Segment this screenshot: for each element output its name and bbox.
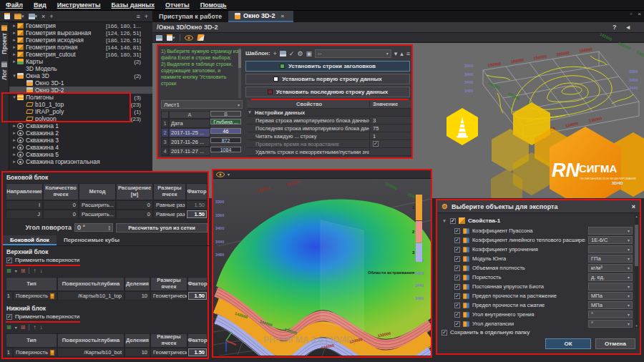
unit-select[interactable]: д. ед.▾: [588, 273, 633, 281]
tree-item[interactable]: polygon (23): [9, 115, 152, 122]
row-number[interactable]: 2: [161, 128, 169, 137]
sheet-row[interactable]: 1 Дата Глубина ...: [161, 119, 243, 128]
property-value[interactable]: 3: [373, 117, 376, 124]
apply-template-icon[interactable]: ✓: [289, 50, 295, 57]
factor-cell-selected[interactable]: 1.50: [187, 291, 208, 300]
export-item-row[interactable]: Модуль Юнга ГПа▾: [441, 254, 633, 263]
property-row[interactable]: Удалять строки с некорректными/пустыми з…: [247, 148, 411, 156]
tree-item[interactable]: b10_1_top (23): [9, 101, 152, 108]
export-item-row[interactable]: Угол дилатансии °▾: [441, 319, 633, 328]
expander-icon[interactable]: ▸: [11, 52, 17, 57]
panel-tab[interactable]: Переносимые кубы: [57, 235, 127, 245]
export-item-row[interactable]: Предел прочности на растяжение МПа▾: [441, 291, 633, 300]
cell[interactable]: 46: [210, 128, 241, 134]
property-row[interactable]: Проверять время на возрастание: [247, 140, 411, 148]
direction-cell[interactable]: J: [6, 210, 43, 219]
menu-item[interactable]: Отчеты: [165, 1, 190, 9]
add-row-icon[interactable]: ⊞: [6, 324, 11, 331]
close-dialog-icon[interactable]: ×: [632, 203, 635, 210]
save-button[interactable]: ▾: [29, 14, 38, 19]
expander-icon[interactable]: ▸: [11, 130, 17, 136]
close-item-icon[interactable]: ×: [42, 13, 45, 20]
visibility-eye-icon[interactable]: [185, 35, 193, 41]
save-template-icon[interactable]: [280, 51, 286, 57]
unit-select[interactable]: МПа▾: [588, 301, 633, 309]
size-cell[interactable]: Геометрическая п...: [150, 348, 187, 357]
property-checkbox[interactable]: [373, 141, 379, 147]
set-first-data-row-button[interactable]: Установить первую строку данных: [245, 74, 410, 84]
row-number[interactable]: 3: [161, 137, 169, 147]
tree-item[interactable]: ▾ Полигоны (3): [9, 94, 152, 101]
add-icon[interactable]: +: [145, 13, 148, 20]
angle-input[interactable]: 0 °▴▾: [74, 223, 113, 232]
help-icon[interactable]: ?: [613, 24, 617, 31]
menu-item[interactable]: Инструменты: [57, 1, 101, 9]
type-cell[interactable]: Поверхность: [13, 348, 57, 357]
cell[interactable]: 2017-11-25 ...: [169, 128, 210, 137]
tab-window-3d-2[interactable]: Окно 3D-2 ×: [228, 11, 293, 22]
template-settings-icon[interactable]: ⚙: [297, 50, 303, 57]
dialog-title-bar[interactable]: ⚙ Выберите объекты для экспорта ×: [437, 200, 640, 213]
tree-item[interactable]: IRAP_poly (1): [9, 108, 152, 115]
cell-count[interactable]: 0: [43, 210, 79, 219]
checkbox-checked-icon[interactable]: [454, 284, 460, 290]
expander-icon[interactable]: ▸: [11, 145, 17, 150]
panel-tab[interactable]: Боковой блок: [3, 235, 57, 245]
unit-select[interactable]: ▾: [588, 283, 633, 290]
menu-item[interactable]: Файл: [6, 1, 23, 9]
method-cell[interactable]: Расширить...: [79, 210, 116, 219]
tree-item[interactable]: ▸ Скважина 4: [9, 144, 152, 151]
export-item-row[interactable]: Постоянная упругости Биота ▾: [441, 282, 633, 291]
checkbox-checked-icon[interactable]: [454, 275, 460, 280]
open-button[interactable]: ▾: [14, 14, 24, 19]
expander-icon[interactable]: ▸: [11, 152, 17, 157]
tree-item[interactable]: ▸ Скважина 2: [9, 129, 152, 137]
unit-select[interactable]: МПа▾: [588, 292, 633, 300]
tree-item[interactable]: ▸ Скважина 3: [9, 137, 152, 144]
unit-select[interactable]: ▾: [588, 227, 633, 235]
more-menu-icon[interactable]: ≡: [406, 50, 410, 57]
tree-item[interactable]: ▸ Карты (2): [9, 58, 152, 65]
tree-item[interactable]: ▾ Окна 3D (2): [9, 72, 152, 79]
checkbox-checked-icon[interactable]: [454, 228, 460, 234]
row-number[interactable]: 1: [161, 119, 169, 128]
expander-icon[interactable]: ▾: [11, 73, 17, 79]
sheet-row[interactable]: 4 2017-11-27 ... 1084: [161, 147, 243, 156]
tree-item[interactable]: 3D Модель: [9, 65, 152, 72]
menu-item[interactable]: Базы данных: [111, 1, 155, 9]
size-cell[interactable]: Равные раз...: [153, 200, 186, 210]
extension-cell[interactable]: 0: [116, 200, 153, 210]
new-file-icon[interactable]: [4, 13, 10, 19]
tree-item[interactable]: ▸ Скважина 5: [9, 151, 152, 158]
checkbox-checked-icon[interactable]: [454, 312, 460, 318]
tree-item[interactable]: ▸ Геометрия исходная [186, 126, 51]: [9, 36, 152, 44]
set-header-rows-button[interactable]: Установить строки заголовков: [245, 61, 410, 72]
factor-cell[interactable]: 1.50: [186, 200, 208, 210]
direction-cell[interactable]: I: [6, 200, 43, 210]
unit-select[interactable]: °▾: [588, 320, 633, 328]
column-header[interactable]: B: [210, 111, 241, 117]
visibility-eye-icon[interactable]: [216, 172, 225, 177]
size-cell[interactable]: Равные раз...: [153, 210, 186, 219]
expand-down-icon[interactable]: ▾: [394, 50, 398, 57]
unit-select[interactable]: °▾: [588, 310, 633, 318]
collapse-icon[interactable]: ◂: [626, 24, 630, 31]
checkbox-checked-icon[interactable]: [454, 238, 460, 243]
checkbox-checked-icon[interactable]: [450, 218, 456, 224]
export-item-row[interactable]: Угол внутреннего трения °▾: [441, 310, 633, 319]
checkbox-checked-icon[interactable]: [454, 265, 460, 271]
expander-icon[interactable]: ▸: [11, 137, 17, 143]
tree-item[interactable]: ▸ Геометрия вырезанная [124, 126, 51]: [9, 29, 152, 36]
scene-3d[interactable]: 33003360340034403480 3360340034403480 15…: [213, 179, 431, 356]
vertical-tab[interactable]: Лог: [1, 62, 8, 80]
cell[interactable]: Дата: [169, 119, 210, 128]
extension-cell[interactable]: 0: [116, 210, 153, 219]
template-select[interactable]: --▾: [315, 49, 391, 58]
tree-item[interactable]: ▸ Скважина горизонтальная: [9, 158, 152, 165]
checkbox-checked-icon[interactable]: [454, 303, 460, 308]
expander-icon[interactable]: ▾: [247, 109, 253, 115]
surface-path-cell[interactable]: /Карты/b10_bot: [57, 348, 125, 357]
add-row-icon[interactable]: ⊞: [6, 268, 11, 274]
breadcrumb[interactable]: /Окна 3D/Окно 3D-2: [157, 24, 218, 31]
expander-icon[interactable]: ▸: [11, 159, 17, 165]
